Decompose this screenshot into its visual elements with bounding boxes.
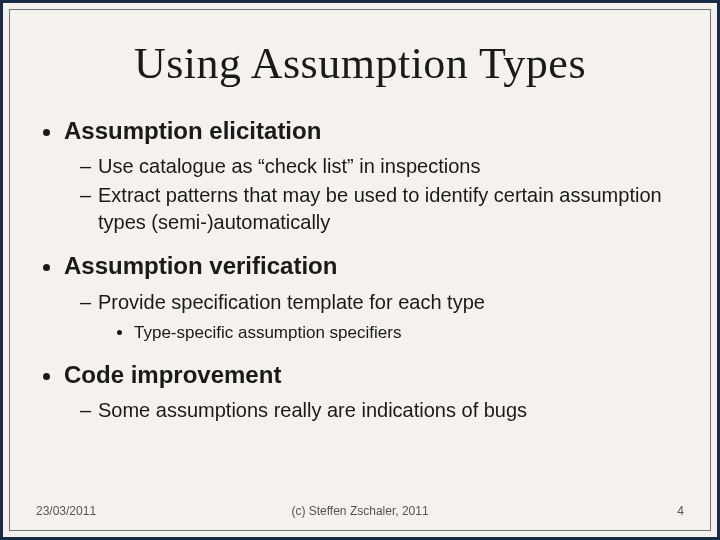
section-verification: Assumption verification Provide specific…	[64, 250, 690, 344]
section-items: Some assumptions really are indications …	[64, 397, 690, 424]
section-elicitation: Assumption elicitation Use catalogue as …	[64, 115, 690, 236]
list-item: Provide specification template for each …	[80, 289, 690, 345]
section-heading: Assumption elicitation	[64, 117, 321, 144]
slide-title: Using Assumption Types	[30, 38, 690, 89]
section-heading: Assumption verification	[64, 252, 337, 279]
content-list: Assumption elicitation Use catalogue as …	[38, 115, 690, 424]
section-items: Provide specification template for each …	[64, 289, 690, 345]
list-item: Extract patterns that may be used to ide…	[80, 182, 690, 236]
sub-item: Type-specific assumption specifiers	[134, 322, 690, 345]
section-code-improvement: Code improvement Some assumptions really…	[64, 359, 690, 424]
footer-copyright: (c) Steffen Zschaler, 2011	[10, 504, 710, 518]
slide: Using Assumption Types Assumption elicit…	[0, 0, 720, 540]
slide-inner: Using Assumption Types Assumption elicit…	[9, 9, 711, 531]
section-heading: Code improvement	[64, 361, 281, 388]
list-item-text: Provide specification template for each …	[98, 291, 485, 313]
list-item: Some assumptions really are indications …	[80, 397, 690, 424]
list-item: Use catalogue as “check list” in inspect…	[80, 153, 690, 180]
footer: 23/03/2011 (c) Steffen Zschaler, 2011 4	[10, 504, 710, 518]
section-items: Use catalogue as “check list” in inspect…	[64, 153, 690, 236]
sub-items: Type-specific assumption specifiers	[98, 322, 690, 345]
